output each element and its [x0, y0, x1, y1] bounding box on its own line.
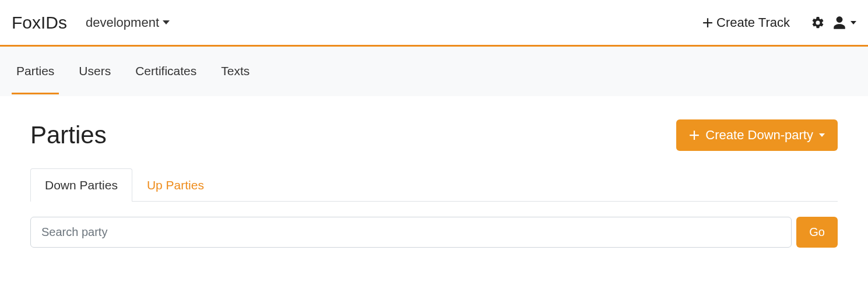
tab-texts[interactable]: Texts	[216, 48, 254, 94]
create-down-party-label: Create Down-party	[705, 128, 813, 143]
create-track-button[interactable]: Create Track	[702, 15, 790, 30]
user-menu-button[interactable]	[832, 15, 856, 30]
sub-tab-up-parties[interactable]: Up Parties	[132, 168, 219, 202]
brand-name[interactable]: FoxIDs	[12, 13, 67, 33]
user-icon	[832, 15, 847, 30]
caret-down-icon	[819, 133, 825, 137]
tab-users[interactable]: Users	[74, 48, 115, 94]
tab-certificates[interactable]: Certificates	[131, 48, 201, 94]
gear-icon	[811, 16, 825, 30]
settings-button[interactable]	[811, 16, 825, 30]
tab-parties[interactable]: Parties	[12, 48, 59, 94]
create-track-label: Create Track	[716, 15, 790, 30]
track-dropdown[interactable]: development	[86, 15, 170, 30]
sub-tabs: Down Parties Up Parties	[30, 168, 838, 202]
create-down-party-button[interactable]: Create Down-party	[676, 119, 838, 151]
track-dropdown-label: development	[86, 15, 159, 30]
page-title: Parties	[30, 121, 107, 149]
caret-down-icon	[851, 21, 856, 24]
caret-down-icon	[163, 20, 170, 24]
nav-tabs: Parties Users Certificates Texts	[0, 47, 868, 96]
plus-icon	[689, 130, 700, 140]
plus-icon	[702, 17, 713, 28]
search-input[interactable]	[30, 217, 792, 248]
sub-tab-down-parties[interactable]: Down Parties	[30, 168, 132, 202]
go-button[interactable]: Go	[796, 217, 838, 248]
